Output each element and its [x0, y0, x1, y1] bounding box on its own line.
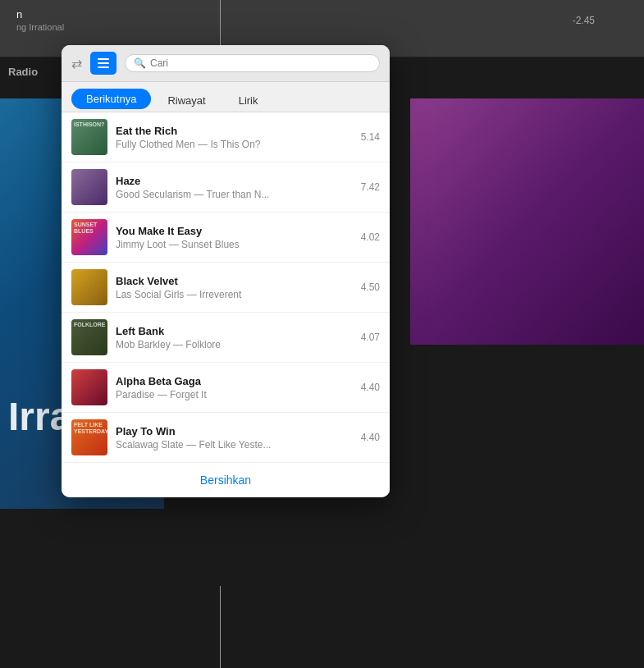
track-list: ISTHISON?Eat the RichFully Clothed Men —…	[62, 112, 390, 462]
track-duration: 4.40	[361, 432, 380, 443]
track-info: HazeGood Secularism — Truer than N...	[116, 175, 353, 200]
track-name: Left Bank	[116, 325, 353, 337]
track-duration: 4.07	[361, 332, 380, 343]
track-artist-album: Fully Clothed Men — Is This On?	[116, 139, 353, 150]
clear-button-container: Bersihkan	[62, 462, 390, 497]
queue-toolbar: ⇄ 🔍	[62, 45, 390, 82]
svg-rect-0	[98, 58, 109, 60]
svg-rect-2	[98, 66, 109, 68]
track-duration: 7.42	[361, 181, 380, 193]
track-info: Left BankMob Barkley — Folklore	[116, 325, 353, 350]
track-artist-album: Scalawag Slate — Felt Like Yeste...	[116, 439, 353, 451]
track-info: Eat the RichFully Clothed Men — Is This …	[116, 125, 353, 150]
tab-berikutnya[interactable]: Berikutnya	[71, 89, 151, 109]
track-duration: 4.50	[361, 281, 380, 293]
track-info: Play To WinScalawag Slate — Felt Like Ye…	[116, 425, 353, 451]
track-thumbnail: ISTHISON?	[71, 119, 107, 155]
svg-rect-1	[98, 62, 109, 64]
track-item[interactable]: HazeGood Secularism — Truer than N...7.4…	[62, 162, 390, 213]
track-duration: 4.40	[361, 382, 380, 393]
queue-panel: ⇄ 🔍 Berikutnya Riwayat Lirik ISTHISON?Ea…	[62, 45, 390, 497]
top-bar-value: -2.45	[573, 15, 595, 26]
track-info: Alpha Beta GagaParadise — Forget It	[116, 375, 353, 400]
track-name: Play To Win	[116, 425, 353, 437]
top-bar-left: n ng Irrational	[16, 8, 64, 32]
clear-button[interactable]: Bersihkan	[200, 474, 251, 487]
search-bar[interactable]: 🔍	[125, 54, 380, 72]
queue-tabs: Berikutnya Riwayat Lirik	[62, 82, 390, 112]
track-duration: 5.14	[361, 131, 380, 143]
track-item[interactable]: ISTHISON?Eat the RichFully Clothed Men —…	[62, 112, 390, 162]
track-thumbnail	[71, 269, 107, 305]
queue-list-button[interactable]	[90, 52, 116, 75]
track-artist-album: Las Social Girls — Irreverent	[116, 289, 353, 300]
track-name: Haze	[116, 175, 353, 187]
track-thumbnail: SUNSET BLUES	[71, 219, 107, 255]
search-icon: 🔍	[134, 57, 146, 69]
track-item[interactable]: FOLKLORELeft BankMob Barkley — Folklore4…	[62, 313, 390, 363]
window-title: n	[16, 8, 64, 21]
shuffle-icon[interactable]: ⇄	[71, 56, 82, 71]
track-thumbnail: FELT LIKE YESTERDAY	[71, 419, 107, 455]
window-subtitle: ng Irrational	[16, 22, 64, 32]
track-thumbnail	[71, 369, 107, 405]
tab-lirik[interactable]: Lirik	[222, 89, 275, 112]
track-item[interactable]: SUNSET BLUESYou Make It EasyJimmy Loot —…	[62, 213, 390, 263]
track-name: Black Velvet	[116, 275, 353, 287]
track-info: Black VelvetLas Social Girls — Irreveren…	[116, 275, 353, 300]
track-artist-album: Good Secularism — Truer than N...	[116, 189, 353, 200]
track-artist-album: Jimmy Loot — Sunset Blues	[116, 239, 353, 250]
track-thumbnail	[71, 169, 107, 205]
track-name: Alpha Beta Gaga	[116, 375, 353, 387]
list-icon	[96, 56, 111, 71]
tab-riwayat[interactable]: Riwayat	[151, 89, 222, 112]
sidebar-label: Radio	[8, 66, 38, 78]
vertical-line-bottom	[220, 586, 221, 668]
track-thumbnail: FOLKLORE	[71, 319, 107, 355]
track-item[interactable]: FELT LIKE YESTERDAYPlay To WinScalawag S…	[62, 413, 390, 462]
track-artist-album: Paradise — Forget It	[116, 389, 353, 400]
track-name: Eat the Rich	[116, 125, 353, 137]
track-item[interactable]: Alpha Beta GagaParadise — Forget It4.40	[62, 363, 390, 413]
track-info: You Make It EasyJimmy Loot — Sunset Blue…	[116, 225, 353, 250]
bg-album-art-right: NONFICTULARISM iction	[410, 98, 644, 345]
search-input[interactable]	[150, 57, 371, 69]
track-duration: 4.02	[361, 231, 380, 243]
track-artist-album: Mob Barkley — Folklore	[116, 339, 353, 350]
track-name: You Make It Easy	[116, 225, 353, 237]
track-item[interactable]: Black VelvetLas Social Girls — Irreveren…	[62, 263, 390, 313]
